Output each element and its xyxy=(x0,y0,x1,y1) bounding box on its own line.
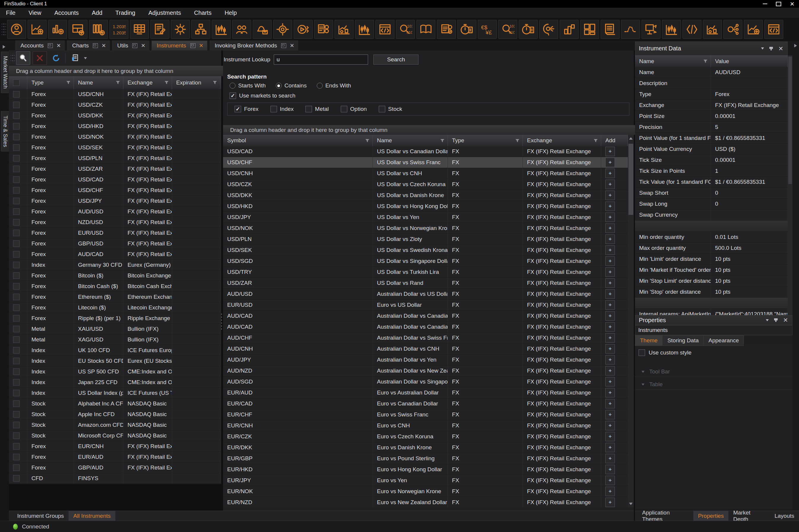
pattern-option-contains[interactable]: Contains xyxy=(276,82,307,89)
bottom-tab-application-themes[interactable]: Application Themes xyxy=(637,511,693,521)
menu-add[interactable]: Add xyxy=(86,8,109,18)
menu-accounts[interactable]: Accounts xyxy=(48,8,85,18)
row-checkbox[interactable] xyxy=(13,304,20,311)
row-checkbox[interactable] xyxy=(13,208,20,215)
scroll-down-icon[interactable] xyxy=(629,503,633,505)
add-instrument-button[interactable]: + xyxy=(605,212,615,222)
add-instrument-button[interactable]: + xyxy=(605,256,615,266)
instrument-data-row[interactable]: Tick Size0.00001 xyxy=(635,155,788,166)
row-checkbox[interactable] xyxy=(13,176,20,183)
new-chart-button[interactable] xyxy=(27,20,47,39)
header-select-all[interactable] xyxy=(9,76,27,89)
radio-selected[interactable] xyxy=(276,83,282,89)
expand-arrow-icon[interactable] xyxy=(794,44,797,48)
market-watch-row[interactable]: ForexUSD/HKDFX (IFX) Retail Exchange xyxy=(9,121,221,132)
lookup-row-usd-pln[interactable]: USD/PLNUS Dollar vs ZlotyFXFX (IFX) Reta… xyxy=(223,234,628,245)
tab-instruments[interactable]: Instruments✕ xyxy=(152,41,207,51)
data-search-button[interactable]: 101010 xyxy=(498,20,517,39)
market-watch-row[interactable]: ForexGBP/AUDFX (IFX) Retail Exchange xyxy=(9,462,221,473)
filter-icon[interactable] xyxy=(164,80,169,85)
tab-float-icon[interactable] xyxy=(132,43,137,48)
market-watch-row[interactable]: StockMicrosoft Corp CFDNASDAQ Basic xyxy=(9,430,221,441)
market-watch-row[interactable]: ForexUSD/CZKFX (IFX) Retail Exchange xyxy=(9,100,221,110)
add-instrument-button[interactable]: + xyxy=(605,432,615,441)
row-checkbox[interactable] xyxy=(13,134,20,140)
column-header-add[interactable]: Add xyxy=(601,135,628,146)
code-editor-button[interactable] xyxy=(683,20,702,39)
add-instrument-button[interactable]: + xyxy=(605,158,615,167)
section-table[interactable]: Table xyxy=(635,379,793,390)
tab-accounts[interactable]: Accounts✕ xyxy=(15,41,64,51)
scroll-up-icon[interactable] xyxy=(629,137,633,139)
lookup-row-aud-cnh[interactable]: AUD/CNHAustralian Dollar vs CNHFXFX (IFX… xyxy=(223,343,628,355)
row-checkbox[interactable] xyxy=(13,91,20,97)
scroll-thumb[interactable] xyxy=(629,144,633,215)
market-book-button[interactable] xyxy=(416,20,435,39)
select-all-checkbox[interactable] xyxy=(13,79,20,86)
add-instrument-button[interactable]: + xyxy=(605,410,615,419)
side-tab-time-sales[interactable]: Time & Sales xyxy=(1,111,9,151)
lookup-row-usd-czk[interactable]: USD/CZKUS Dollar vs Czech KorunaFXFX (IF… xyxy=(223,179,628,190)
filter-icon[interactable] xyxy=(365,138,370,143)
row-checkbox[interactable] xyxy=(13,400,20,407)
row-checkbox[interactable] xyxy=(13,379,20,385)
row-checkbox[interactable] xyxy=(13,251,20,258)
quotes-button[interactable]: 1.20351.2035 xyxy=(109,20,128,39)
instrument-data-row[interactable]: ExchangeFX (IFX) Retail Exchange xyxy=(635,100,788,111)
panel-toolbar-grip[interactable] xyxy=(11,53,15,63)
connections-button[interactable] xyxy=(232,20,251,39)
new-columns-button[interactable] xyxy=(89,20,108,39)
instrument-data-scrollbar[interactable] xyxy=(788,55,793,339)
column-header-name[interactable]: Name xyxy=(373,135,448,146)
filter-icon[interactable] xyxy=(703,59,708,63)
row-checkbox[interactable] xyxy=(13,123,20,130)
menu-file[interactable]: File xyxy=(0,8,22,18)
close-button[interactable]: ✕ xyxy=(785,0,799,8)
export-dropdown-caret-icon[interactable] xyxy=(84,57,87,59)
menu-view[interactable]: View xyxy=(22,8,48,18)
row-checkbox[interactable] xyxy=(13,432,20,439)
tab-invoking-broker-methods[interactable]: Invoking Broker Methods✕ xyxy=(210,41,298,51)
chart-focus-button[interactable] xyxy=(662,20,681,39)
add-instrument-button[interactable]: + xyxy=(605,147,615,156)
lookup-row-aud-cad[interactable]: AUD/CADAustralian Dollar vs Canadian Dol… xyxy=(223,310,628,322)
panel-close-icon[interactable]: ✕ xyxy=(783,317,788,323)
filter-icon[interactable] xyxy=(440,138,445,143)
tab-charts[interactable]: Charts✕ xyxy=(67,41,110,51)
market-checkbox[interactable]: ✓ xyxy=(235,106,241,112)
lookup-row-eur-nzd[interactable]: EUR/NZDEuro vs New Zealand DollarFXFX (I… xyxy=(223,497,628,507)
market-watch-row[interactable]: ForexUSD/CADFX (IFX) Retail Exchange xyxy=(9,174,221,185)
instrument-data-row[interactable]: Point Value (for 1 standard FOREX lot)$1… xyxy=(635,133,788,144)
lookup-row-eur-nok[interactable]: EUR/NOKEuro vs Norwegian KroneFXFX (IFX)… xyxy=(223,486,628,497)
lookup-search-button[interactable]: Search xyxy=(373,55,419,64)
market-option-forex[interactable]: ✓Forex xyxy=(235,106,259,112)
market-watch-row[interactable]: IndexEU Stocks 50 CFDEurex (EU Stocks) xyxy=(9,356,221,366)
lookup-row-usd-hkd[interactable]: USD/HKDUS Dollar vs Hong Kong DollarFXFX… xyxy=(223,201,628,212)
row-checkbox[interactable] xyxy=(13,219,20,226)
bottom-tab-instrument-groups[interactable]: Instrument Groups xyxy=(13,511,69,521)
row-checkbox[interactable] xyxy=(13,454,20,460)
row-checkbox[interactable] xyxy=(13,166,20,172)
market-option-index[interactable]: Index xyxy=(271,106,294,112)
add-instrument-button[interactable]: + xyxy=(605,202,615,211)
section-tool-bar[interactable]: Tool Bar xyxy=(635,367,793,377)
add-instrument-button[interactable]: + xyxy=(605,355,615,364)
filter-icon[interactable] xyxy=(66,80,71,85)
pin-icon[interactable] xyxy=(770,47,772,51)
add-instrument-button[interactable]: + xyxy=(605,191,615,200)
column-header-name[interactable]: Name xyxy=(635,55,711,67)
row-checkbox[interactable] xyxy=(13,112,20,119)
currencies-button[interactable]: €$¥£ xyxy=(478,20,497,39)
equity-button[interactable] xyxy=(621,20,640,39)
instrument-data-row[interactable]: Max order quantity500.0 Lots xyxy=(635,243,788,254)
lookup-row-aud-cad[interactable]: AUD/CADAustralian Dollar vs Canadian Dol… xyxy=(223,322,628,332)
chart-extra-button[interactable] xyxy=(744,20,763,39)
order-ticket-button[interactable] xyxy=(150,20,169,39)
strategy-button[interactable] xyxy=(273,20,292,39)
tab-float-icon[interactable] xyxy=(48,43,53,48)
lookup-row-eur-cnh[interactable]: EUR/CNHEuro vs CNHFXFX (IFX) Retail Exch… xyxy=(223,420,628,431)
add-instrument-button[interactable]: + xyxy=(605,366,615,376)
row-checkbox[interactable] xyxy=(13,347,20,354)
add-instrument-button[interactable]: + xyxy=(605,454,615,463)
instrument-data-row[interactable]: Point Size0.00001 xyxy=(635,111,788,122)
